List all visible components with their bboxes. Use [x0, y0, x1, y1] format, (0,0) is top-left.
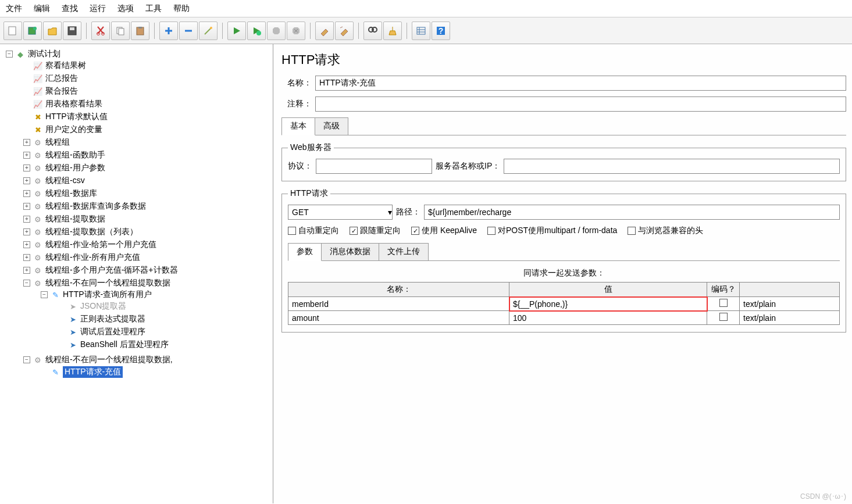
search-icon[interactable] [363, 22, 382, 40]
stop-icon[interactable] [267, 22, 286, 40]
tree-item-selected[interactable]: ✎HTTP请求-充值 [41, 366, 270, 378]
open-icon[interactable] [43, 22, 62, 40]
run-thread-icon[interactable] [247, 22, 266, 40]
expand-icon[interactable]: + [23, 267, 30, 274]
tree-item[interactable]: −⚙线程组-不在同一个线程组提取数据, [23, 355, 270, 365]
tree-item[interactable]: ✖用户定义的变量 [23, 124, 270, 135]
param-table[interactable]: 名称： 值 编码？ memberId ${__P(phone,)} text/p… [288, 282, 840, 325]
expand-icon[interactable]: + [23, 177, 30, 184]
copy-icon[interactable] [111, 22, 130, 40]
tree-item[interactable]: +⚙线程组-csv [23, 176, 270, 186]
name-input[interactable] [315, 76, 846, 91]
chk-follow-redirect[interactable]: ✓跟随重定向 [350, 226, 401, 236]
tree-item[interactable]: +⚙线程组-用户参数 [23, 163, 270, 173]
cell-name[interactable]: memberId [288, 297, 509, 311]
cell-name[interactable]: amount [288, 311, 509, 325]
paste-icon[interactable] [131, 22, 149, 40]
cell-value[interactable]: 100 [509, 311, 707, 325]
table-row[interactable]: amount 100 text/plain [288, 311, 840, 325]
tree-item[interactable]: 📈察看结果树 [23, 60, 270, 71]
stop-all-icon[interactable] [287, 22, 305, 40]
tree-item[interactable]: +⚙线程组-函数助手 [23, 150, 270, 160]
collapse-icon[interactable]: − [6, 51, 13, 58]
server-input[interactable] [504, 159, 840, 174]
tree-item[interactable]: +⚙线程组-提取数据（列表） [23, 227, 270, 237]
new-icon[interactable] [3, 22, 22, 40]
tree-item[interactable]: +⚙线程组-作业-给第一个用户充值 [23, 240, 270, 250]
run-icon[interactable] [227, 22, 246, 40]
collapse-icon[interactable]: − [41, 291, 48, 298]
expand-icon[interactable]: + [23, 254, 30, 261]
menu-edit[interactable]: 编辑 [34, 3, 50, 14]
tree-item[interactable]: 📈用表格察看结果 [23, 99, 270, 109]
col-name[interactable]: 名称： [288, 283, 509, 297]
tree-item[interactable]: ➤正则表达式提取器 [58, 314, 270, 324]
cut-icon[interactable] [91, 22, 110, 40]
comment-input[interactable] [315, 96, 846, 112]
cell-content-type[interactable]: text/plain [740, 297, 840, 311]
tree-item[interactable]: −✎HTTP请求-查询所有用户 [41, 289, 270, 300]
clear-icon[interactable] [315, 22, 334, 40]
chk-auto-redirect[interactable]: 自动重定向 [288, 226, 339, 236]
path-input[interactable] [424, 205, 840, 220]
menu-run[interactable]: 运行 [90, 3, 106, 14]
tab-advanced[interactable]: 高级 [315, 117, 348, 135]
plus-icon[interactable] [159, 22, 178, 40]
minus-icon[interactable] [179, 22, 198, 40]
tree-item[interactable]: 📈汇总报告 [23, 73, 270, 84]
tree-item[interactable]: ➤JSON提取器 [58, 301, 270, 312]
menu-help[interactable]: 帮助 [173, 3, 190, 14]
expand-icon[interactable]: + [23, 241, 30, 248]
chk-multipart[interactable]: 对POST使用multipart / form-data [487, 226, 617, 236]
toggle-icon[interactable] [412, 22, 430, 40]
tree-item[interactable]: ➤调试后置处理程序 [58, 327, 270, 337]
col-encode[interactable]: 编码？ [707, 283, 740, 297]
save-icon[interactable] [63, 22, 81, 40]
subtab-params[interactable]: 参数 [288, 243, 322, 261]
tree-item[interactable]: +⚙线程组-数据库 [23, 188, 270, 199]
tree-item[interactable]: +⚙线程组-数据库查询多条数据 [23, 201, 270, 212]
tree-item[interactable]: ✖HTTP请求默认值 [23, 112, 270, 122]
tree-item[interactable]: 📈聚合报告 [23, 86, 270, 96]
template-icon[interactable] [23, 22, 42, 40]
expand-icon[interactable]: + [23, 165, 30, 171]
col-content-type[interactable] [740, 283, 840, 297]
cell-content-type[interactable]: text/plain [740, 311, 840, 325]
collapse-icon[interactable]: − [23, 356, 30, 363]
tab-basic[interactable]: 基本 [281, 117, 315, 135]
chk-browser-headers[interactable]: 与浏览器兼容的头 [628, 226, 703, 236]
expand-icon[interactable]: + [23, 190, 30, 197]
proto-input[interactable] [316, 159, 432, 174]
tree-item[interactable]: +⚙线程组-多个用户充值-循环器+计数器 [23, 265, 270, 276]
tree-item[interactable]: ➤BeanShell 后置处理程序 [58, 339, 270, 350]
menu-options[interactable]: 选项 [117, 3, 134, 14]
chk-keepalive[interactable]: ✓使用 KeepAlive [411, 226, 477, 236]
method-select[interactable]: GET ▾ [288, 205, 393, 220]
cell-encode[interactable] [707, 311, 740, 325]
tree-root[interactable]: − ◆ 测试计划 [6, 49, 270, 59]
help-icon[interactable]: ? [432, 22, 450, 40]
tree-item[interactable]: +⚙线程组 [23, 137, 270, 148]
expand-icon[interactable]: + [23, 203, 30, 210]
menu-find[interactable]: 查找 [62, 3, 78, 14]
table-row[interactable]: memberId ${__P(phone,)} text/plain [288, 297, 840, 311]
subtab-file[interactable]: 文件上传 [379, 243, 429, 260]
cell-encode[interactable] [707, 297, 740, 311]
cell-value[interactable]: ${__P(phone,)} [509, 297, 707, 311]
menu-file[interactable]: 文件 [6, 3, 22, 14]
menu-tools[interactable]: 工具 [145, 3, 162, 14]
tree-item[interactable]: −⚙线程组-不在同一个线程组提取数据 [23, 278, 270, 288]
tree-item[interactable]: +⚙线程组-提取数据 [23, 214, 270, 224]
expand-icon[interactable]: + [23, 228, 30, 235]
wand-icon[interactable] [199, 22, 218, 40]
clear-all-icon[interactable] [335, 22, 354, 40]
subtab-body[interactable]: 消息体数据 [321, 243, 379, 260]
tree-panel[interactable]: − ◆ 测试计划 📈察看结果树 📈汇总报告 📈聚合报告 📈用表格察看结果 ✖HT… [0, 44, 273, 503]
expand-icon[interactable]: + [23, 216, 30, 223]
expand-icon[interactable]: + [23, 139, 30, 146]
expand-icon[interactable]: + [23, 152, 30, 159]
col-value[interactable]: 值 [509, 283, 707, 297]
tree-item[interactable]: +⚙线程组-作业-所有用户充值 [23, 252, 270, 263]
sweep-icon[interactable] [383, 22, 402, 40]
collapse-icon[interactable]: − [23, 280, 30, 287]
